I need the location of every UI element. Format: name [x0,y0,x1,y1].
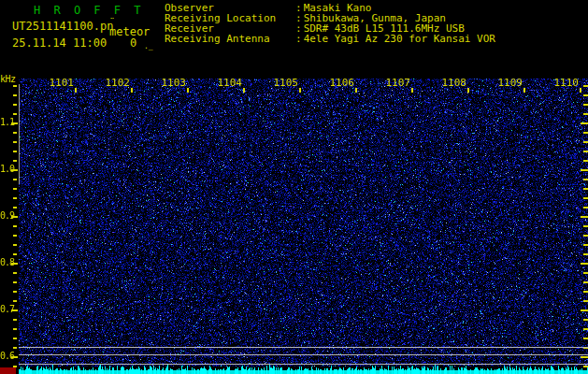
carrier-line [19,354,588,355]
y-axis-tick [13,319,17,321]
y-axis-tick [583,197,588,199]
left-axis-line [19,84,20,184]
y-axis-tick [11,356,18,358]
y-axis-tick [11,309,18,311]
calibration-marker [0,367,16,374]
x-axis-label: 1106 [328,77,354,89]
x-axis-tick [467,88,469,93]
timestamp: 25.11.14 11:00 [12,36,107,50]
colon: : [295,33,302,45]
y-axis-tick [583,319,588,321]
info-value: 4ele Yagi Az 230 for Kansai VOR [304,33,495,45]
y-axis-tick [13,132,17,134]
y-axis-tick [11,122,18,124]
y-axis-tick [13,151,17,152]
x-axis-tick [187,88,189,93]
x-axis-tick [131,88,133,93]
y-axis-tick [13,188,17,190]
x-axis-label: 1101 [48,77,74,89]
info-row-antenna: Receiving Antenna:4ele Yagi Az 230 for K… [165,34,495,44]
y-axis-tick [583,188,588,190]
y-axis-tick [13,366,17,367]
info-label: Receiving Antenna [165,34,295,44]
echo-count: 0 [130,36,136,50]
y-axis-tick [583,272,588,274]
y-axis-tick [13,94,17,96]
echo-count-suffix: ._ [144,42,153,50]
x-axis-label: 1109 [496,77,523,89]
y-axis-tick [13,338,17,339]
hrofft-window: H R O F F T UT2511141100.pn ¨ meteor 25.… [0,0,588,374]
y-axis-tick [583,207,588,209]
y-axis-tick [11,169,18,171]
y-axis-tick [13,225,17,227]
y-axis-tick [13,207,17,209]
y-axis-tick [583,235,588,237]
y-axis-tick [13,141,17,143]
x-axis-tick [523,88,525,93]
x-axis-label: 1103 [160,77,186,89]
x-axis-tick [355,88,357,93]
y-axis-tick [583,244,588,246]
app-title: H R O F F T [34,4,144,17]
y-axis-tick [583,104,588,106]
y-axis-tick [583,160,588,162]
y-axis-tick [581,356,588,358]
y-axis-tick [11,263,18,265]
y-axis-tick [13,291,17,293]
x-axis-label: 1110 [552,77,579,89]
y-axis-tick [13,300,17,302]
y-axis-tick [583,151,588,152]
y-axis-tick [583,366,588,367]
x-axis-tick [243,88,245,93]
y-axis-tick [583,291,588,293]
y-axis-tick [583,281,588,283]
y-axis-tick [13,244,17,246]
carrier-line [19,364,588,365]
y-axis-unit-label: kHz [0,74,16,84]
x-axis-tick [299,88,301,93]
y-axis-tick [13,104,17,106]
level-strip-canvas [19,365,588,374]
y-axis-tick [13,272,17,274]
x-axis-label: 1102 [104,77,130,89]
y-axis-tick [583,328,588,330]
y-axis-tick [583,179,588,180]
y-axis-tick [583,132,588,134]
y-axis-tick [13,328,17,330]
filename: UT2511141100.pn [12,20,113,33]
x-axis-label: 1107 [384,77,410,89]
y-axis-tick [13,347,17,349]
y-axis-tick [583,253,588,255]
x-axis-tick [75,88,77,93]
y-axis-tick [13,281,17,283]
y-axis-tick [583,225,588,227]
y-axis-tick [581,263,588,265]
y-axis-tick [583,300,588,302]
y-axis-tick [583,113,588,115]
x-axis-label: 1105 [272,77,298,89]
y-axis-tick [583,338,588,339]
y-axis-tick [13,113,17,115]
y-axis-tick [581,122,588,124]
spectrogram-canvas [19,79,588,367]
x-axis-tick [411,88,413,93]
y-axis-tick [583,94,588,96]
carrier-line [19,347,588,348]
y-axis-tick [583,141,588,143]
y-axis-tick [13,85,17,87]
y-axis-tick [581,169,588,171]
y-axis-tick [581,216,588,218]
y-axis-tick [581,309,588,311]
y-axis-tick [13,179,17,180]
y-axis-tick [13,197,17,199]
y-axis-tick [13,253,17,255]
x-axis-tick [580,88,581,93]
y-axis-tick [13,235,17,237]
station-info: Observer:Masaki Kano Receiving Location:… [165,3,495,44]
x-axis-label: 1104 [216,77,242,89]
y-axis-tick [583,85,588,87]
x-axis-label: 1108 [440,77,466,89]
y-axis-tick [13,160,17,162]
y-axis-tick [11,216,18,218]
